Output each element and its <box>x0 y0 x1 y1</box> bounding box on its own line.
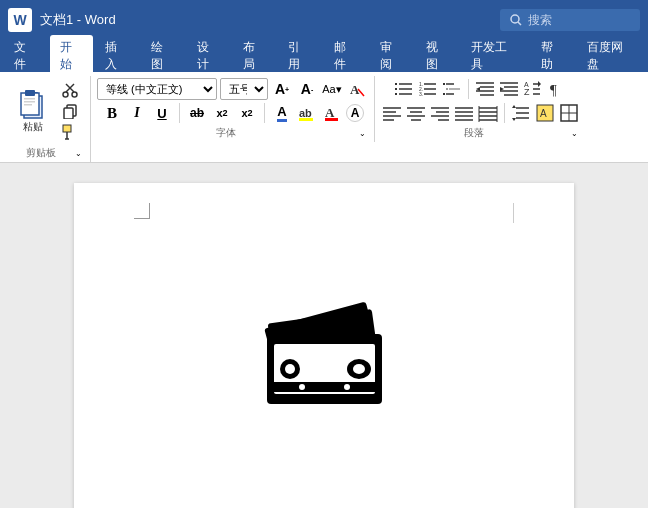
svg-text:A: A <box>325 105 335 120</box>
font-expand-button[interactable]: ⌄ <box>357 127 368 139</box>
title-left: W 文档1 - Word <box>8 8 116 32</box>
multilevel-icon <box>442 79 462 99</box>
cut-icon <box>62 82 78 98</box>
distributed-button[interactable] <box>477 102 499 124</box>
bold-button[interactable]: B <box>101 102 123 124</box>
embedded-image <box>252 294 397 413</box>
text-color-icon: A <box>323 104 341 122</box>
format-painter-button[interactable] <box>58 122 82 142</box>
decrease-indent-button[interactable] <box>474 78 496 100</box>
clipboard-tools: 粘贴 <box>10 78 84 144</box>
svg-rect-14 <box>64 108 73 119</box>
menu-item-review[interactable]: 审阅 <box>370 35 414 77</box>
cut-button[interactable] <box>58 80 82 100</box>
menu-item-layout[interactable]: 布局 <box>233 35 277 77</box>
line-spacing-button[interactable] <box>510 102 532 124</box>
shading-button[interactable]: A <box>534 102 556 124</box>
paragraph-expand-button[interactable]: ⌄ <box>569 127 580 139</box>
change-case-button[interactable]: Aa▾ <box>321 78 343 100</box>
paste-button[interactable]: 粘贴 <box>10 84 56 138</box>
highlight-button[interactable]: ab <box>296 102 318 124</box>
svg-text:ab: ab <box>299 107 312 119</box>
increase-indent-button[interactable] <box>498 78 520 100</box>
highlight-icon: ab <box>298 104 316 122</box>
borders-icon <box>559 103 579 123</box>
divider2 <box>264 103 265 123</box>
svg-rect-5 <box>25 90 35 96</box>
svg-rect-8 <box>24 104 32 106</box>
sort-icon: A Z <box>523 79 543 99</box>
paragraph-group: 1. 2. 3. <box>375 76 586 142</box>
format-painter-icon <box>62 124 78 140</box>
menu-item-home[interactable]: 开始 <box>50 35 94 77</box>
svg-rect-38 <box>446 88 448 90</box>
svg-text:A: A <box>540 108 547 119</box>
svg-point-96 <box>285 364 295 374</box>
sort-button[interactable]: A Z <box>522 78 544 100</box>
svg-point-11 <box>63 92 68 97</box>
paste-icon <box>18 88 48 120</box>
justify-button[interactable] <box>453 102 475 124</box>
align-right-icon <box>430 103 450 123</box>
italic-button[interactable]: I <box>126 102 148 124</box>
justify-icon <box>454 103 474 123</box>
clipboard-expand-button[interactable]: ⌄ <box>74 147 84 159</box>
search-input[interactable] <box>528 13 628 27</box>
paste-label: 粘贴 <box>23 120 43 134</box>
svg-text:Z: Z <box>524 87 530 97</box>
menu-item-view[interactable]: 视图 <box>416 35 460 77</box>
menu-item-draw[interactable]: 绘图 <box>141 35 185 77</box>
svg-text:¶: ¶ <box>550 82 557 98</box>
align-left-button[interactable] <box>381 102 403 124</box>
align-center-button[interactable] <box>405 102 427 124</box>
numbering-button[interactable]: 1. 2. 3. <box>417 78 439 100</box>
para-row2: A <box>381 102 580 124</box>
para-divider2 <box>504 103 505 123</box>
svg-rect-40 <box>443 93 445 95</box>
decrease-font-button[interactable]: A- <box>296 78 318 100</box>
underline-button[interactable]: U <box>151 102 173 124</box>
copy-button[interactable] <box>58 101 82 121</box>
menu-item-developer[interactable]: 开发工具 <box>461 35 528 77</box>
title-bar: W 文档1 - Word <box>0 0 648 40</box>
svg-line-1 <box>518 22 521 25</box>
svg-rect-99 <box>274 382 375 392</box>
svg-rect-24 <box>395 83 397 85</box>
clear-format-button[interactable]: A <box>346 78 368 100</box>
menu-item-help[interactable]: 帮助 <box>531 35 575 77</box>
align-right-button[interactable] <box>429 102 451 124</box>
shading-icon: A <box>535 103 555 123</box>
menu-item-file[interactable]: 文件 <box>4 35 48 77</box>
menu-item-mailings[interactable]: 邮件 <box>324 35 368 77</box>
show-paragraph-button[interactable]: ¶ <box>546 78 568 100</box>
borders-button[interactable] <box>558 102 580 124</box>
document-page[interactable] <box>74 183 574 508</box>
menu-bar: 文件 开始 插入 绘图 设计 布局 引用 邮件 审阅 视图 开发工具 帮助 百度… <box>0 40 648 72</box>
right-margin <box>513 203 514 223</box>
font-group-label: 字体 <box>97 124 355 142</box>
font-color-button[interactable]: A <box>271 102 293 124</box>
strikethrough-button[interactable]: ab <box>186 102 208 124</box>
bullets-button[interactable] <box>393 78 415 100</box>
menu-item-references[interactable]: 引用 <box>278 35 322 77</box>
search-box[interactable] <box>500 9 640 31</box>
font-options-button[interactable]: A <box>346 104 364 122</box>
word-logo-icon: W <box>8 8 32 32</box>
document-area <box>0 163 648 508</box>
para-row1: 1. 2. 3. <box>393 78 568 100</box>
svg-point-98 <box>353 364 365 374</box>
subscript-button[interactable]: x2 <box>211 102 233 124</box>
increase-font-button[interactable]: A+ <box>271 78 293 100</box>
cut-copy-group <box>56 78 84 144</box>
para-divider1 <box>468 79 469 99</box>
font-size-selector[interactable]: 五号 <box>220 78 268 100</box>
clear-format-icon: A <box>349 81 365 97</box>
multilevel-list-button[interactable] <box>441 78 463 100</box>
menu-item-insert[interactable]: 插入 <box>95 35 139 77</box>
menu-item-design[interactable]: 设计 <box>187 35 231 77</box>
menu-item-baidu[interactable]: 百度网盘 <box>577 35 644 77</box>
superscript-button[interactable]: x2 <box>236 102 258 124</box>
text-color-button[interactable]: A <box>321 102 343 124</box>
svg-rect-26 <box>395 88 397 90</box>
font-family-selector[interactable]: 等线 (中文正文) <box>97 78 217 100</box>
